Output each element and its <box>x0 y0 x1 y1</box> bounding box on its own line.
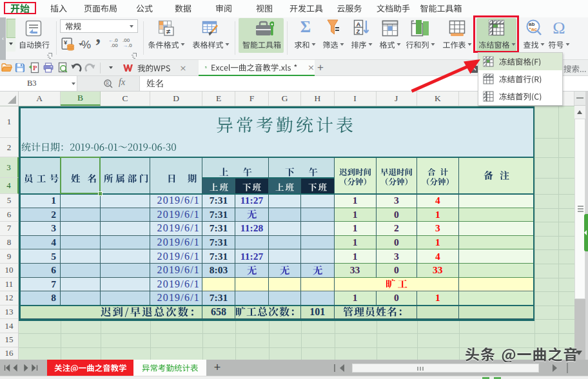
cell-time-H8[interactable] <box>301 236 335 250</box>
summary-admin-label[interactable] <box>335 306 418 320</box>
cell-time-G6[interactable] <box>269 208 301 222</box>
cell-date-8[interactable]: 2019/6/1 <box>150 236 202 250</box>
cell-time-E9[interactable]: 7:31 <box>202 249 235 264</box>
cell-id-10[interactable]: 6 <box>19 264 61 278</box>
decrease-decimal-icon[interactable]: .00→.0 <box>122 38 132 48</box>
hscroll-left-buttons[interactable] <box>333 362 350 374</box>
cell-name-6[interactable] <box>61 208 101 222</box>
rows-cols-label[interactable] <box>406 40 435 49</box>
fill-handle[interactable] <box>98 191 103 196</box>
subheader-pm-in[interactable] <box>269 178 301 194</box>
cell-early-9[interactable]: 3 <box>377 249 418 264</box>
cell-time-E6[interactable]: 7:31 <box>202 208 235 222</box>
worksheet-label[interactable] <box>443 40 472 49</box>
cell-name-7[interactable] <box>61 222 101 236</box>
select-all-corner[interactable] <box>0 92 19 106</box>
cell-time-H6[interactable] <box>301 208 335 222</box>
find-label[interactable] <box>524 40 545 49</box>
wrap-text-icon[interactable] <box>25 20 42 37</box>
save-icon[interactable] <box>14 62 26 73</box>
cell-time-G12[interactable] <box>269 291 301 306</box>
sort-icon[interactable]: A Z <box>353 19 371 38</box>
undo-icon[interactable] <box>70 62 82 73</box>
new-doc-tab-button[interactable]: + <box>314 61 327 74</box>
increase-decimal-icon[interactable]: ←.0.00 <box>108 38 118 48</box>
format-icon[interactable] <box>381 19 399 37</box>
cell-time-H12[interactable] <box>301 291 335 306</box>
cell-time-E12[interactable]: 7:31 <box>202 291 235 306</box>
header-note[interactable] <box>459 157 535 194</box>
header-am[interactable] <box>202 157 269 178</box>
name-box-caret[interactable] <box>72 83 75 85</box>
doc-tab-close-icon[interactable]: × <box>179 63 186 73</box>
quickbar-more-caret[interactable] <box>109 66 113 69</box>
filter-icon[interactable] <box>325 19 342 38</box>
cell-early-5[interactable]: 3 <box>377 194 418 208</box>
menu-tab-8[interactable] <box>337 0 362 17</box>
cell-date-10[interactable]: 2019/6/1 <box>150 264 202 278</box>
cell-id-12[interactable]: 8 <box>19 291 61 306</box>
cell-time-F9[interactable]: 11:27 <box>235 249 269 264</box>
cell-total-10[interactable]: 33 <box>417 264 459 278</box>
menu-item-freeze-first-col[interactable] <box>478 88 562 105</box>
summary-late-value[interactable]: 658 <box>202 306 235 320</box>
column-header-F[interactable]: F <box>235 92 269 106</box>
print-icon[interactable] <box>43 62 54 73</box>
cell-name-5[interactable] <box>61 194 101 208</box>
cell-time-F6[interactable] <box>235 208 269 222</box>
cell-name-8[interactable] <box>61 236 101 250</box>
cell-time-H11[interactable] <box>301 278 335 292</box>
table-style-label[interactable] <box>193 40 230 49</box>
cell-date-5[interactable]: 2019/6/1 <box>150 194 202 208</box>
cell-date-12[interactable]: 2019/6/1 <box>150 291 202 306</box>
cell-note-10[interactable] <box>459 264 535 278</box>
summary-empty-l[interactable] <box>459 306 535 320</box>
cell-name-10[interactable] <box>61 264 101 278</box>
cell-time-H9[interactable] <box>301 249 335 264</box>
cell-date-7[interactable]: 2019/6/1 <box>150 222 202 236</box>
menu-tab-4[interactable] <box>175 0 191 17</box>
table-subtitle[interactable] <box>19 138 534 157</box>
cell-name-11[interactable] <box>61 278 101 292</box>
summary-absent-value[interactable]: 101 <box>301 306 335 320</box>
cell-time-E7[interactable]: 7:31 <box>202 222 235 236</box>
row-header-16[interactable]: 16 <box>0 347 19 360</box>
cell-early-10[interactable]: 0 <box>377 264 418 278</box>
column-header-D[interactable]: D <box>150 92 202 106</box>
hscroll-right-buttons[interactable] <box>551 362 571 374</box>
cell-note-6[interactable] <box>459 208 535 222</box>
cell-id-5[interactable]: 1 <box>19 194 61 208</box>
cell-late-5[interactable]: 1 <box>335 194 377 208</box>
menu-tab-1[interactable] <box>50 0 67 17</box>
menu-tab-3[interactable] <box>136 0 153 17</box>
open-file-icon[interactable] <box>1 62 12 73</box>
cell-dept-10[interactable] <box>101 264 150 278</box>
menu-tab-5[interactable] <box>215 0 232 17</box>
row-header-2[interactable]: 2 <box>0 138 19 157</box>
cell-late-7[interactable]: 1 <box>335 222 377 236</box>
format-label[interactable] <box>380 40 401 49</box>
row-header-10[interactable]: 10 <box>0 264 19 278</box>
row-header-12[interactable]: 12 <box>0 291 19 306</box>
cell-total-8[interactable]: 1 <box>417 236 459 250</box>
cell-time-G10[interactable] <box>269 264 301 278</box>
symbol-label[interactable] <box>549 40 570 49</box>
sort-label[interactable] <box>351 40 373 49</box>
row-header-3[interactable]: 3 <box>0 157 19 178</box>
cell-name-9[interactable] <box>61 249 101 264</box>
cell-time-H5[interactable] <box>301 194 335 208</box>
cell-note-9[interactable] <box>459 249 535 264</box>
header-date[interactable] <box>150 157 202 194</box>
column-header-C[interactable]: C <box>101 92 150 106</box>
cell-date-9[interactable]: 2019/6/1 <box>150 249 202 264</box>
summary-late-label[interactable] <box>19 306 202 320</box>
smart-toolbox-label[interactable] <box>242 40 281 49</box>
cell-total-6[interactable]: 1 <box>417 208 459 222</box>
cell-time-F11[interactable] <box>235 278 269 292</box>
column-header-B[interactable]: B <box>61 92 101 106</box>
redo-icon[interactable] <box>84 62 96 73</box>
row-header-14[interactable]: 14 <box>0 319 19 333</box>
conditional-format-icon[interactable]: ≠ <box>157 19 175 37</box>
fill-color-button-partial[interactable] <box>6 19 15 38</box>
cell-date-6[interactable]: 2019/6/1 <box>150 208 202 222</box>
